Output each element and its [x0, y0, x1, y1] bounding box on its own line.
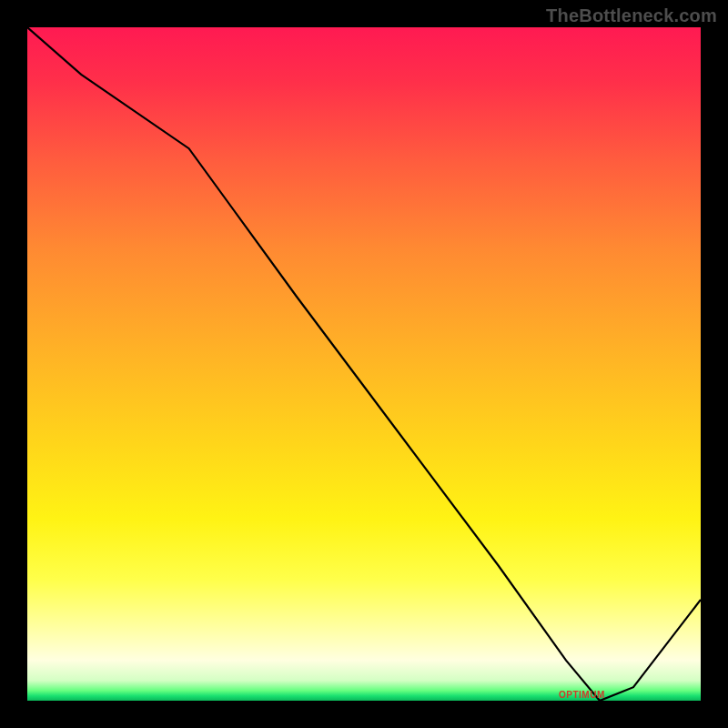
bottleneck-curve-path	[27, 27, 701, 701]
attribution-text: TheBottleneck.com	[546, 5, 717, 26]
bottleneck-curve-svg	[27, 27, 701, 701]
optimum-marker-label: OPTIMUM	[559, 690, 605, 700]
plot-area: OPTIMUM	[27, 27, 701, 701]
chart-container: TheBottleneck.com OPTIMUM	[0, 0, 728, 728]
